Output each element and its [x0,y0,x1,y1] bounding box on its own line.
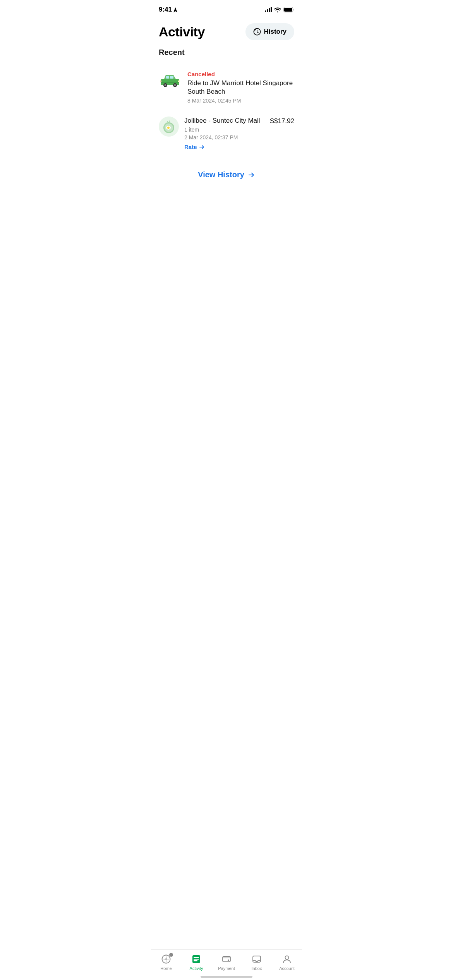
ride-destination: Ride to JW Marriott Hotel Singapore Sout… [187,79,294,96]
svg-rect-10 [178,81,180,82]
signal-icon [265,7,272,12]
food-price: S$17.92 [270,117,294,125]
view-history-button[interactable]: View History [159,161,294,188]
food-price-area: S$17.92 [270,117,294,125]
food-illustration [161,119,176,134]
page-title: Activity [159,24,205,39]
ride-icon [159,71,182,88]
header: Activity History [151,17,302,48]
wifi-icon [274,7,281,12]
activity-item-ride[interactable]: Cancelled Ride to JW Marriott Hotel Sing… [159,65,294,110]
food-restaurant-name: Jollibee - Suntec City Mall [184,117,264,125]
svg-rect-12 [161,82,179,83]
ride-details: Cancelled Ride to JW Marriott Hotel Sing… [187,71,294,104]
view-history-arrow-icon [247,171,255,179]
location-arrow-icon [173,7,177,12]
food-icon [159,117,179,137]
svg-point-9 [174,84,176,86]
food-item-count: 1 item [184,127,264,133]
recent-section-title: Recent [159,48,294,57]
status-icons [265,7,294,12]
svg-rect-1 [284,8,292,12]
arrow-right-icon [199,144,205,150]
svg-point-7 [165,84,166,86]
svg-rect-5 [170,76,173,79]
time-display: 9:41 [159,6,172,14]
status-bar: 9:41 [151,0,302,17]
history-button-label: History [264,28,287,36]
car-illustration [159,72,182,87]
ride-date: 8 Mar 2024, 02:45 PM [187,98,294,104]
rate-button[interactable]: Rate [184,144,205,150]
activity-item-food[interactable]: Jollibee - Suntec City Mall 1 item 2 Mar… [159,110,294,157]
svg-point-16 [167,127,170,129]
history-clock-icon [253,28,261,36]
history-button[interactable]: History [245,23,294,40]
content-area: Recent [151,48,302,188]
svg-rect-4 [166,76,169,79]
svg-rect-11 [160,81,161,82]
rate-label: Rate [184,144,197,150]
food-order-date: 2 Mar 2024, 02:37 PM [184,134,264,140]
status-time: 9:41 [159,6,177,14]
cancelled-status: Cancelled [187,71,294,77]
food-details: Jollibee - Suntec City Mall 1 item 2 Mar… [184,117,264,151]
battery-icon [283,7,294,12]
view-history-label: View History [198,170,244,179]
